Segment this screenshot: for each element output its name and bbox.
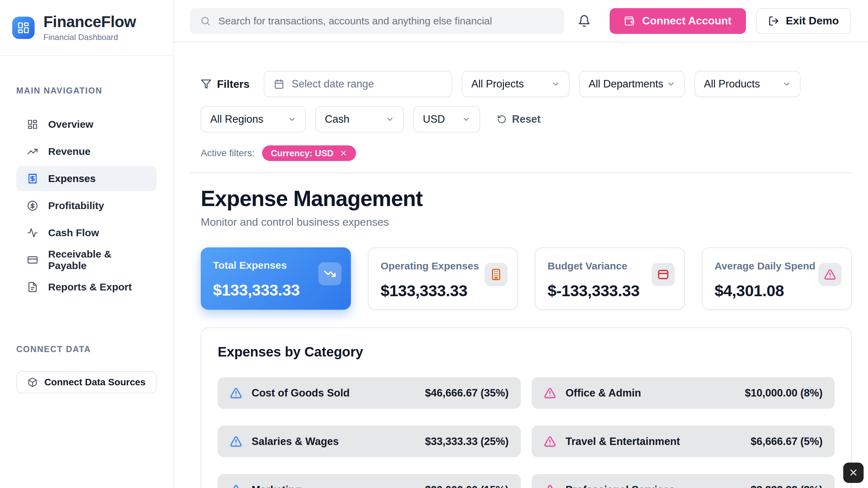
products-select-value: All Products [704,78,760,90]
sidebar-item-label: Receivable & Payable [48,248,146,271]
date-range-placeholder: Select date range [292,78,374,90]
date-range-input[interactable]: Select date range [264,71,452,97]
alert-triangle-icon [544,435,556,448]
category-amount: $20,000.00 (15%) [425,484,509,488]
credit-card-icon [657,268,669,281]
nav-section-header: MAIN NAVIGATION [16,86,157,96]
brand: FinanceFlow Financial Dashboard [0,0,173,56]
category-name: Marketing [252,484,416,488]
connect-account-label: Connect Account [642,15,732,27]
brand-text: FinanceFlow Financial Dashboard [43,13,136,42]
category-row-salaries-wages[interactable]: Salaries & Wages $33,333.33 (25%) [218,426,521,457]
products-select[interactable]: All Products [694,71,801,97]
dashboard-icon [27,119,38,130]
sidebar-item-reports-export[interactable]: Reports & Export [16,274,157,300]
section-divider [190,172,852,173]
stat-card-total-expenses[interactable]: Total Expenses $133,333.33 [201,247,351,310]
currency-select-value: USD [423,113,445,125]
sidebar-item-receivable-payable[interactable]: Receivable & Payable [16,247,157,272]
category-name: Salaries & Wages [252,435,416,448]
search-input[interactable] [218,15,554,27]
stat-icon-box [818,263,842,286]
filters-label-group: Filters [201,78,250,90]
sidebar-item-label: Overview [48,119,93,130]
category-name: Travel & Entertainment [566,435,741,448]
category-row-office-admin[interactable]: Office & Admin $10,000.00 (8%) [532,377,835,409]
category-row-cost-of-goods-sold[interactable]: Cost of Goods Sold $46,666.67 (35%) [218,377,521,409]
sidebar-item-profitability[interactable]: Profitability [16,193,157,218]
sidebar-item-revenue[interactable]: Revenue [16,139,157,164]
category-amount: $6,666.67 (5%) [751,435,823,448]
exit-demo-button[interactable]: Exit Demo [756,8,851,34]
stat-card-operating-expenses[interactable]: Operating Expenses $133,333.33 [368,247,518,310]
connect-data-sources-button[interactable]: Connect Data Sources [16,371,157,393]
stats-grid: Total Expenses $133,333.33 Operating Exp… [201,247,852,310]
chevron-down-icon [462,115,471,124]
regions-select-value: All Regions [210,113,263,125]
sidebar-item-label: Cash Flow [48,227,99,239]
trending-down-icon [324,268,336,280]
active-filters-label: Active filters: [201,148,255,159]
calendar-icon [274,79,284,89]
expenses-by-category-list: Cost of Goods Sold $46,666.67 (35%) Offi… [218,377,835,488]
exit-demo-label: Exit Demo [786,15,839,27]
filters-label: Filters [217,78,250,90]
category-row-travel-entertainment[interactable]: Travel & Entertainment $6,666.67 (5%) [532,426,835,457]
chevron-down-icon [288,115,296,124]
app-logo-icon [12,17,35,39]
category-row-professional-services[interactable]: Professional Services $3,333.33 (3%) [532,474,835,488]
category-amount: $33,333.33 (25%) [425,435,509,448]
credit-card-icon [27,255,38,265]
rotate-ccw-icon [497,115,507,124]
category-name: Professional Services [566,484,741,488]
currency-select[interactable]: USD [413,106,480,133]
trending-up-icon [27,146,38,157]
sidebar-item-expenses[interactable]: Expenses [16,166,157,191]
overlay-close-button[interactable]: ✕ [843,463,864,483]
alert-triangle-icon [544,387,556,399]
account-type-select-value: Cash [325,113,349,125]
sidebar-item-overview[interactable]: Overview [16,112,157,137]
stat-card-average-daily-spend[interactable]: Average Daily Spend $4,301.08 [702,247,852,310]
wallet-icon [624,16,635,26]
category-amount: $3,333.33 (3%) [751,484,823,488]
main-navigation: Overview Revenue Expenses Profitability … [16,112,157,300]
account-type-select[interactable]: Cash [315,106,404,133]
content-area: Filters Select date range All Projects A… [174,42,868,488]
alert-triangle-icon [544,484,556,488]
topbar: Connect Account Exit Demo [174,0,868,42]
receipt-icon [27,173,38,184]
app-root: FinanceFlow Financial Dashboard MAIN NAV… [0,0,868,488]
regions-select[interactable]: All Regions [201,106,306,133]
activity-icon [27,227,38,238]
category-name: Office & Admin [566,387,735,399]
sidebar-item-label: Reports & Export [48,281,132,293]
expenses-by-category-card: Expenses by Category Cost of Goods Sold … [201,327,852,488]
sidebar-item-label: Expenses [48,173,96,184]
notifications-button[interactable] [576,13,593,29]
connect-account-button[interactable]: Connect Account [610,8,746,34]
projects-select-value: All Projects [471,78,524,90]
reset-filters-button[interactable]: Reset [497,113,540,125]
stat-card-budget-variance[interactable]: Budget Variance $-133,333.33 [535,247,685,310]
departments-select[interactable]: All Departments [579,71,685,97]
alert-triangle-icon [230,387,242,399]
cube-icon [27,377,38,387]
expenses-by-category-title: Expenses by Category [218,344,835,360]
bell-icon [578,15,591,27]
category-row-marketing[interactable]: Marketing $20,000.00 (15%) [218,474,521,488]
projects-select[interactable]: All Projects [462,71,570,97]
search-icon [200,16,211,26]
sidebar-item-label: Revenue [48,146,91,157]
sidebar-item-cash-flow[interactable]: Cash Flow [16,220,157,245]
sidebar: FinanceFlow Financial Dashboard MAIN NAV… [0,0,174,488]
brand-tagline: Financial Dashboard [43,33,136,42]
active-filter-chip-currency[interactable]: Currency: USD [262,145,356,161]
alert-triangle-icon [824,268,836,281]
building-icon [490,268,502,281]
stat-icon-box [652,263,675,286]
close-icon: ✕ [849,466,858,479]
remove-filter-icon[interactable] [340,149,347,157]
stat-icon-box [485,263,508,286]
connect-section-header: CONNECT DATA [16,344,157,354]
